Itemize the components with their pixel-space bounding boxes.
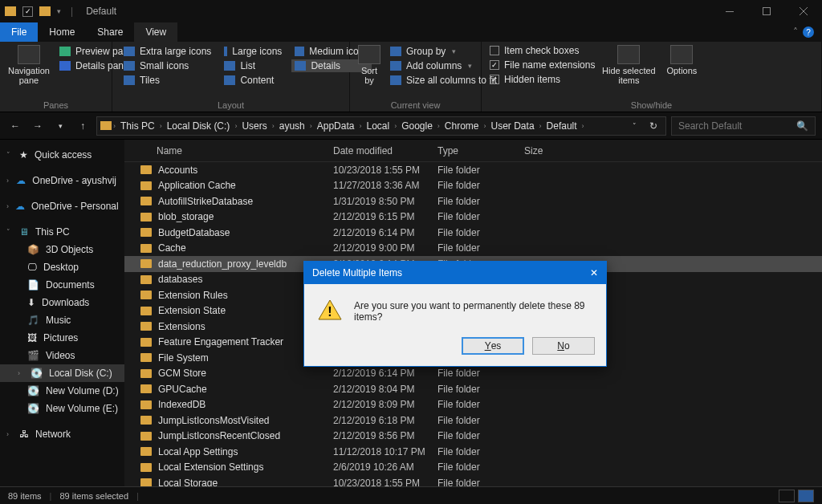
table-row[interactable]: Accounts10/23/2018 1:55 PMFile folder <box>124 162 822 178</box>
sidebar-item[interactable]: 📄Documents <box>0 276 124 294</box>
refresh-button[interactable]: ↻ <box>645 117 662 135</box>
status-bar: 89 items | 89 items selected | <box>0 486 822 504</box>
folder-icon <box>140 197 152 205</box>
folder-icon <box>140 307 152 315</box>
qat-checkbox-icon[interactable]: ✓ <box>22 6 33 17</box>
sidebar-network[interactable]: ›🖧Network <box>0 425 124 443</box>
view-details-icon[interactable] <box>779 490 795 502</box>
sidebar-thispc[interactable]: ˅🖥This PC <box>0 223 124 241</box>
folder-icon <box>140 244 152 253</box>
file-ext-toggle[interactable]: ✓File name extensions <box>490 59 595 71</box>
item-checkboxes-toggle[interactable]: Item check boxes <box>490 45 595 56</box>
breadcrumb-seg[interactable]: Google <box>398 120 436 132</box>
sidebar-item[interactable]: 🖼Pictures <box>0 329 124 347</box>
table-row[interactable]: IndexedDB2/12/2019 8:09 PMFile folder <box>124 397 822 413</box>
sort-by-button[interactable]: Sort by <box>358 45 380 85</box>
close-button[interactable] <box>785 0 822 22</box>
table-row[interactable]: Local App Settings11/12/2018 10:17 PMFil… <box>124 444 822 460</box>
folder-icon <box>140 338 152 347</box>
qat-dropdown-icon[interactable]: ▾ <box>57 7 61 15</box>
minimize-button[interactable] <box>711 0 748 22</box>
tab-file[interactable]: File <box>0 22 38 42</box>
table-row[interactable]: AutofillStrikeDatabase1/31/2019 8:50 PMF… <box>124 193 822 209</box>
dialog-title: Delete Multiple Items <box>312 267 402 278</box>
sidebar-item[interactable]: 💽New Volume (E:) <box>0 400 124 417</box>
dialog-message: Are you sure you want to permanently del… <box>354 299 593 323</box>
titlebar: ✓ ▾ | Default <box>0 0 822 22</box>
col-date[interactable]: Date modified <box>333 145 437 156</box>
breadcrumb-seg[interactable]: Users <box>238 120 270 132</box>
address-bar[interactable]: › This PC› Local Disk (C:)› Users› ayush… <box>96 116 666 136</box>
up-button[interactable]: ↑ <box>74 117 92 135</box>
breadcrumb-seg[interactable]: ayush <box>276 120 308 132</box>
col-name[interactable]: Name <box>157 145 333 156</box>
item-count: 89 items <box>8 491 42 501</box>
table-row[interactable]: BudgetDatabase2/12/2019 6:14 PMFile fold… <box>124 225 822 241</box>
sidebar-item[interactable]: ⬇Downloads <box>0 294 124 311</box>
sidebar-item[interactable]: 📦3D Objects <box>0 241 124 258</box>
dialog-close-icon[interactable]: ✕ <box>590 267 598 278</box>
sidebar-onedrive[interactable]: ›☁OneDrive - ayushvij <box>0 172 124 189</box>
collapse-ribbon-icon[interactable]: ˄ <box>788 22 803 42</box>
cloud-icon: ☁ <box>15 201 25 212</box>
table-row[interactable]: GCM Store2/12/2019 6:14 PMFile folder <box>124 366 822 382</box>
sidebar-quick-access[interactable]: ˅★Quick access <box>0 146 124 164</box>
address-dropdown-icon[interactable]: ˅ <box>625 117 643 135</box>
layout-list[interactable]: List <box>221 59 285 72</box>
forward-button[interactable]: → <box>29 117 47 135</box>
col-size[interactable]: Size <box>524 145 572 156</box>
breadcrumb-seg[interactable]: Local Disk (C:) <box>164 120 234 132</box>
navigation-pane-button[interactable]: Navigation pane <box>8 45 50 85</box>
col-type[interactable]: Type <box>437 145 524 156</box>
breadcrumb-seg[interactable]: User Data <box>488 120 538 132</box>
recent-dropdown[interactable]: ▾ <box>51 117 69 135</box>
table-row[interactable]: Local Storage10/23/2018 1:55 PMFile fold… <box>124 475 822 486</box>
column-headers[interactable]: Name Date modified Type Size <box>124 140 822 162</box>
folder-icon <box>140 228 152 237</box>
breadcrumb-seg[interactable]: Chrome <box>442 120 482 132</box>
sidebar-item[interactable]: 🖵Desktop <box>0 258 124 276</box>
layout-large[interactable]: Large icons <box>221 45 285 58</box>
maximize-button[interactable] <box>748 0 785 22</box>
drive-icon: 🖼 <box>27 332 37 343</box>
help-icon[interactable]: ? <box>803 26 814 38</box>
table-row[interactable]: JumpListIconsRecentClosed2/12/2019 8:56 … <box>124 429 822 445</box>
sidebar-item[interactable]: 🎵Music <box>0 311 124 329</box>
table-row[interactable]: JumpListIconsMostVisited2/12/2019 6:18 P… <box>124 413 822 429</box>
table-row[interactable]: blob_storage2/12/2019 6:15 PMFile folder <box>124 209 822 226</box>
tab-home[interactable]: Home <box>38 22 86 42</box>
sidebar-item[interactable]: 🎬Videos <box>0 347 124 364</box>
layout-xlarge[interactable]: Extra large icons <box>120 45 214 58</box>
sidebar-item[interactable]: 💽New Volume (D:) <box>0 382 124 400</box>
no-button[interactable]: No <box>532 337 595 355</box>
layout-small[interactable]: Small icons <box>120 59 214 72</box>
ribbon: Navigation pane Preview pane Details pan… <box>0 42 822 112</box>
table-row[interactable]: Application Cache11/27/2018 3:36 AMFile … <box>124 178 822 194</box>
network-icon: 🖧 <box>19 429 29 440</box>
breadcrumb-seg[interactable]: This PC <box>117 120 158 132</box>
table-row[interactable]: Cache2/12/2019 9:00 PMFile folder <box>124 241 822 257</box>
breadcrumb-seg[interactable]: AppData <box>314 120 358 132</box>
table-row[interactable]: GPUCache2/12/2019 8:04 PMFile folder <box>124 381 822 397</box>
table-row[interactable]: Local Extension Settings2/6/2019 10:26 A… <box>124 460 822 476</box>
layout-content[interactable]: Content <box>221 74 285 87</box>
delete-dialog: Delete Multiple Items ✕ ! Are you sure y… <box>303 261 607 367</box>
tab-share[interactable]: Share <box>86 22 134 42</box>
folder-icon <box>140 165 152 174</box>
breadcrumb-seg[interactable]: Default <box>543 120 580 132</box>
folder-icon <box>140 416 152 425</box>
layout-tiles[interactable]: Tiles <box>120 74 214 87</box>
breadcrumb-seg[interactable]: Local <box>363 120 393 132</box>
hide-selected-button[interactable]: Hide selected items <box>601 45 656 85</box>
tab-view[interactable]: View <box>134 22 177 42</box>
search-input[interactable]: Search Default 🔍 <box>671 116 816 136</box>
sidebar-item[interactable]: ›💽Local Disk (C:) <box>0 364 124 382</box>
cloud-icon: ☁ <box>16 175 26 186</box>
view-large-icon[interactable] <box>798 490 814 502</box>
options-button[interactable]: Options <box>662 45 701 75</box>
group-label-current: Current view <box>358 99 473 110</box>
back-button[interactable]: ← <box>6 117 24 135</box>
hidden-items-toggle[interactable]: ✓Hidden items <box>490 74 595 85</box>
yes-button[interactable]: Yes <box>462 337 524 355</box>
sidebar-onedrive[interactable]: ›☁OneDrive - Personal <box>0 197 124 215</box>
